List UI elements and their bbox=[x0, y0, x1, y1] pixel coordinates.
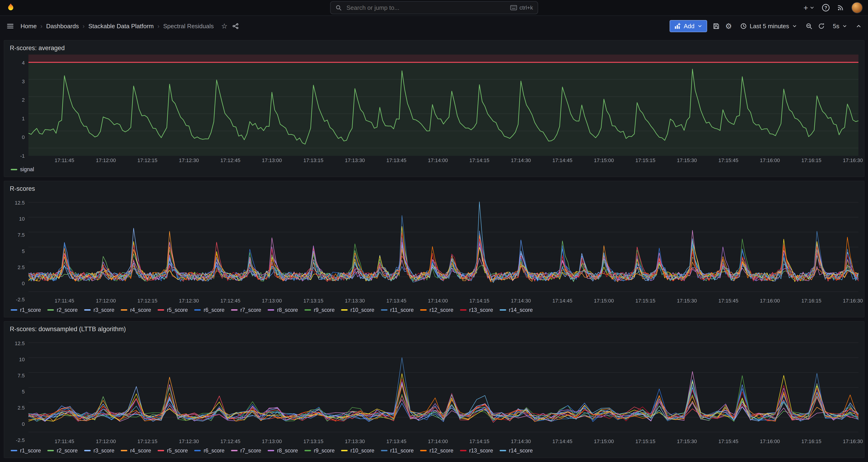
search-input[interactable]: ctrl+k bbox=[330, 1, 538, 14]
legend-item[interactable]: r5_score bbox=[158, 448, 188, 454]
add-panel-button[interactable]: Add bbox=[670, 20, 707, 32]
y-tick-label: 2 bbox=[22, 97, 25, 103]
breadcrumb-dashboards[interactable]: Dashboards bbox=[46, 23, 79, 30]
legend-item[interactable]: r13_score bbox=[460, 307, 493, 313]
refresh-button[interactable] bbox=[818, 23, 825, 29]
x-tick-label: 17:13:00 bbox=[262, 298, 282, 304]
dashboard-content: R-scores: averaged -101234 17:11:4517:12… bbox=[0, 36, 868, 462]
chevron-down-icon bbox=[809, 5, 815, 10]
y-tick-label: -1 bbox=[20, 153, 25, 159]
y-tick-label: 5 bbox=[22, 389, 25, 395]
help-button[interactable]: ? bbox=[822, 4, 830, 11]
panel-r-scores-downsampled: R-scores: downsampled (LTTB algorithm) -… bbox=[4, 321, 865, 458]
x-tick-label: 17:13:00 bbox=[262, 438, 282, 444]
legend-item[interactable]: r6_score bbox=[194, 307, 224, 313]
x-tick-label: 17:12:00 bbox=[96, 438, 116, 444]
legend-item[interactable]: r9_score bbox=[305, 307, 335, 313]
x-tick-label: 17:16:15 bbox=[801, 438, 822, 444]
chart-canvas[interactable] bbox=[28, 195, 859, 297]
grafana-logo-icon[interactable] bbox=[6, 3, 16, 13]
legend-item[interactable]: r3_score bbox=[84, 448, 114, 454]
dashboard-settings-button[interactable]: ⚙ bbox=[725, 22, 732, 30]
new-menu-button[interactable]: + bbox=[803, 4, 815, 12]
legend-item[interactable]: r8_score bbox=[268, 307, 298, 313]
panel-r-scores: R-scores -2.502.557.51012.5 17:11:4517:1… bbox=[4, 181, 865, 318]
y-tick-label: 5 bbox=[22, 248, 25, 254]
breadcrumb-folder[interactable]: Stackable Data Platform bbox=[88, 23, 154, 30]
legend-item[interactable]: r2_score bbox=[47, 448, 78, 454]
legend-item[interactable]: r14_score bbox=[500, 448, 533, 454]
legend-item[interactable]: r13_score bbox=[460, 448, 493, 454]
search-field[interactable] bbox=[345, 4, 506, 12]
menu-toggle-button[interactable] bbox=[6, 22, 14, 30]
panel-title[interactable]: R-scores: averaged bbox=[10, 43, 859, 53]
x-tick-label: 17:14:30 bbox=[511, 438, 531, 444]
time-range-picker[interactable]: Last 5 minutes bbox=[738, 22, 800, 30]
legend-label: r9_score bbox=[314, 448, 335, 454]
x-tick-label: 17:13:45 bbox=[386, 298, 406, 304]
chevron-down-icon bbox=[698, 24, 703, 29]
legend-label: r4_score bbox=[130, 307, 151, 313]
x-tick-label: 17:12:45 bbox=[220, 157, 240, 163]
zoom-out-button[interactable] bbox=[806, 23, 812, 30]
legend-item[interactable]: r10_score bbox=[341, 307, 374, 313]
legend-item[interactable]: r12_score bbox=[420, 307, 453, 313]
legend-item[interactable]: r11_score bbox=[381, 448, 414, 454]
legend-item[interactable]: r5_score bbox=[158, 307, 188, 313]
legend-item[interactable]: r10_score bbox=[341, 448, 374, 454]
collapse-toolbar-button[interactable] bbox=[856, 23, 862, 29]
chevron-right-icon: › bbox=[40, 23, 42, 30]
panel-title[interactable]: R-scores bbox=[10, 184, 859, 193]
legend-item[interactable]: r1_score bbox=[11, 307, 41, 313]
legend: r1_scorer2_scorer3_scorer4_scorer5_score… bbox=[10, 445, 859, 456]
legend-item[interactable]: r4_score bbox=[121, 307, 151, 313]
y-tick-label: 4 bbox=[22, 60, 25, 66]
add-panel-icon bbox=[674, 23, 681, 29]
y-tick-label: 10 bbox=[19, 216, 25, 222]
legend-item[interactable]: r11_score bbox=[381, 307, 414, 313]
share-button[interactable] bbox=[232, 23, 239, 29]
legend-item[interactable]: r4_score bbox=[121, 448, 151, 454]
legend-item[interactable]: r8_score bbox=[268, 448, 298, 454]
x-tick-label: 17:14:15 bbox=[469, 438, 489, 444]
legend-item[interactable]: r14_score bbox=[500, 307, 533, 313]
legend-item[interactable]: r7_score bbox=[231, 448, 261, 454]
plot-area[interactable] bbox=[28, 195, 859, 297]
plus-icon: + bbox=[803, 4, 808, 12]
legend-item[interactable]: r12_score bbox=[420, 448, 453, 454]
legend-label: r8_score bbox=[277, 448, 298, 454]
x-tick-label: 17:16:00 bbox=[760, 157, 780, 163]
top-nav-bar: ctrl+k + ? bbox=[0, 0, 868, 16]
favorite-button[interactable]: ☆ bbox=[221, 23, 227, 30]
x-tick-label: 17:12:00 bbox=[96, 298, 116, 304]
x-tick-label: 17:15:30 bbox=[677, 298, 697, 304]
legend-label: r4_score bbox=[130, 448, 151, 454]
legend-item[interactable]: r7_score bbox=[231, 307, 261, 313]
grafana-app: ctrl+k + ? bbox=[0, 0, 868, 462]
x-tick-label: 17:12:15 bbox=[137, 298, 157, 304]
x-tick-label: 17:16:30 bbox=[843, 157, 863, 163]
x-tick-label: 17:14:15 bbox=[469, 298, 489, 304]
breadcrumb-home[interactable]: Home bbox=[21, 23, 37, 30]
chart-canvas[interactable] bbox=[28, 336, 859, 437]
save-icon bbox=[713, 23, 720, 30]
plot-area[interactable] bbox=[28, 336, 859, 437]
refresh-interval-picker[interactable]: 5s bbox=[830, 22, 850, 30]
legend-item[interactable]: r9_score bbox=[305, 448, 335, 454]
legend-label: r14_score bbox=[509, 307, 533, 313]
legend-item[interactable]: r6_score bbox=[194, 448, 224, 454]
legend-label: r12_score bbox=[430, 448, 453, 454]
legend-item[interactable]: r3_score bbox=[84, 307, 114, 313]
legend-item[interactable]: r2_score bbox=[47, 307, 78, 313]
panel-title[interactable]: R-scores: downsampled (LTTB algorithm) bbox=[10, 325, 859, 334]
save-dashboard-button[interactable] bbox=[713, 23, 720, 30]
legend-label: r14_score bbox=[509, 448, 533, 454]
legend-item[interactable]: signal bbox=[11, 166, 34, 173]
chart-canvas[interactable] bbox=[28, 55, 859, 156]
y-tick-label: 12.5 bbox=[15, 200, 25, 206]
legend-item[interactable]: r1_score bbox=[11, 448, 41, 454]
user-avatar[interactable] bbox=[851, 2, 863, 13]
plot-area[interactable] bbox=[28, 55, 859, 156]
chevron-down-icon bbox=[792, 24, 797, 29]
news-button[interactable] bbox=[837, 4, 844, 11]
